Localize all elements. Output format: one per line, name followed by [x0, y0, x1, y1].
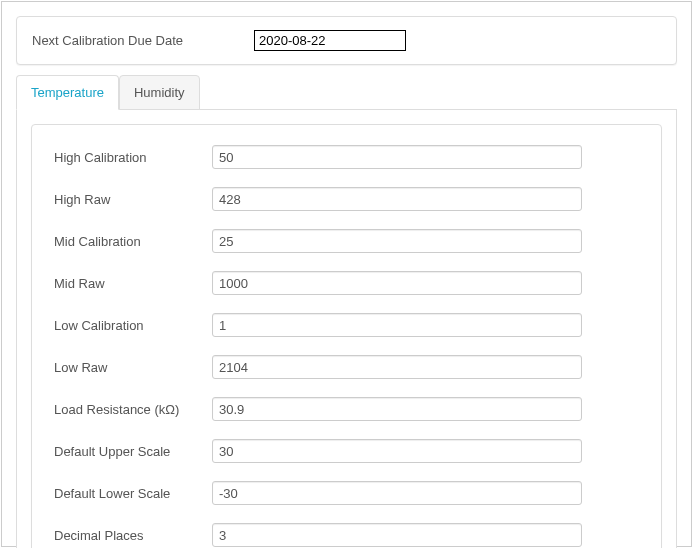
tab-content-temperature: High Calibration High Raw Mid Calibratio… [16, 110, 677, 548]
field-row: Default Upper Scale [54, 439, 639, 463]
field-row: Load Resistance (kΩ) [54, 397, 639, 421]
low-raw-label: Low Raw [54, 360, 212, 375]
field-row: Decimal Places [54, 523, 639, 547]
low-raw-input[interactable] [212, 355, 582, 379]
tab-humidity[interactable]: Humidity [119, 75, 200, 110]
due-date-input[interactable] [254, 30, 406, 51]
default-lower-scale-label: Default Lower Scale [54, 486, 212, 501]
mid-raw-input[interactable] [212, 271, 582, 295]
calibration-tabs: Temperature Humidity High Calibration Hi… [16, 75, 677, 548]
high-calibration-input[interactable] [212, 145, 582, 169]
tab-bar: Temperature Humidity [16, 75, 677, 110]
field-row: Low Calibration [54, 313, 639, 337]
high-raw-label: High Raw [54, 192, 212, 207]
low-calibration-input[interactable] [212, 313, 582, 337]
load-resistance-label: Load Resistance (kΩ) [54, 402, 212, 417]
decimal-places-input[interactable] [212, 523, 582, 547]
low-calibration-label: Low Calibration [54, 318, 212, 333]
field-row: Low Raw [54, 355, 639, 379]
field-row: Mid Raw [54, 271, 639, 295]
field-row: Default Lower Scale [54, 481, 639, 505]
field-row: High Raw [54, 187, 639, 211]
default-upper-scale-input[interactable] [212, 439, 582, 463]
mid-calibration-input[interactable] [212, 229, 582, 253]
default-upper-scale-label: Default Upper Scale [54, 444, 212, 459]
tab-temperature[interactable]: Temperature [16, 75, 119, 110]
temperature-fields-panel: High Calibration High Raw Mid Calibratio… [31, 124, 662, 548]
high-calibration-label: High Calibration [54, 150, 212, 165]
due-date-label: Next Calibration Due Date [32, 33, 254, 48]
load-resistance-input[interactable] [212, 397, 582, 421]
field-row: High Calibration [54, 145, 639, 169]
field-row: Mid Calibration [54, 229, 639, 253]
mid-raw-label: Mid Raw [54, 276, 212, 291]
default-lower-scale-input[interactable] [212, 481, 582, 505]
due-date-panel: Next Calibration Due Date [16, 16, 677, 65]
high-raw-input[interactable] [212, 187, 582, 211]
mid-calibration-label: Mid Calibration [54, 234, 212, 249]
calibration-form: Next Calibration Due Date Temperature Hu… [1, 1, 692, 547]
decimal-places-label: Decimal Places [54, 528, 212, 543]
